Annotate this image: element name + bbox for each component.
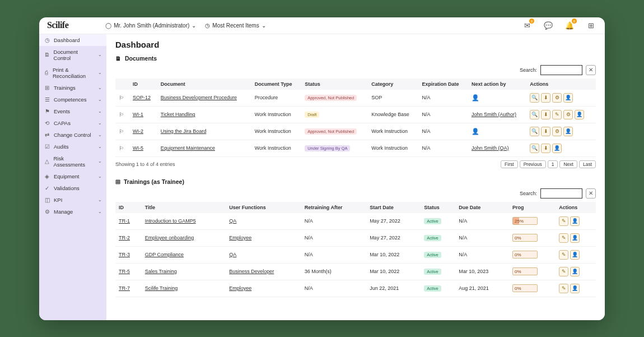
search-action[interactable]: 🔍 bbox=[530, 127, 539, 136]
notifications-button[interactable]: 🔔0 bbox=[563, 19, 576, 31]
pager-previous[interactable]: Previous bbox=[520, 160, 546, 168]
sidebar-item-manage[interactable]: ⚙Manage⌄ bbox=[39, 206, 106, 218]
download-action[interactable]: ⬇ bbox=[541, 127, 550, 136]
training-id-link[interactable]: TR-2 bbox=[119, 235, 130, 241]
sidebar-item-label: Events bbox=[54, 108, 70, 114]
training-retrain: N/A bbox=[301, 229, 366, 246]
sidebar-item-kpi[interactable]: ◫KPI⌄ bbox=[39, 194, 106, 206]
recent-items-menu[interactable]: ◷ Most Recent Items ⌄ bbox=[205, 22, 265, 29]
doc-id-link[interactable]: WI-2 bbox=[133, 128, 143, 134]
download-action[interactable]: ⬇ bbox=[541, 110, 550, 119]
trainings-search-clear[interactable]: ✕ bbox=[586, 188, 596, 198]
apps-button[interactable]: ⊞ bbox=[585, 19, 597, 31]
column-header: Status bbox=[301, 79, 368, 90]
training-func-link[interactable]: QA bbox=[229, 252, 236, 257]
sidebar-item-trainings[interactable]: ⊞Trainings⌄ bbox=[39, 82, 106, 94]
user-action[interactable]: 👤 bbox=[563, 93, 573, 103]
pager-next[interactable]: Next bbox=[559, 160, 577, 168]
training-id-link[interactable]: TR-1 bbox=[119, 218, 130, 224]
training-title-link[interactable]: Sales Training bbox=[145, 269, 177, 274]
edit-action[interactable]: ✎ bbox=[559, 233, 568, 243]
doc-title-link[interactable]: Using the Jira Board bbox=[161, 128, 207, 134]
sidebar-item-print-reconciliation[interactable]: ⎙Print & Reconciliation⌄ bbox=[39, 64, 106, 82]
training-title-link[interactable]: Employee onboarding bbox=[145, 235, 194, 241]
search-action[interactable]: 🔍 bbox=[530, 93, 539, 103]
user-action[interactable]: 👤 bbox=[570, 233, 580, 243]
edit-action[interactable]: ✎ bbox=[559, 267, 568, 276]
sidebar-item-label: Risk Assessments bbox=[53, 155, 95, 168]
row-actions: ✎👤 bbox=[559, 284, 592, 293]
gear-action[interactable]: ⚙ bbox=[552, 127, 562, 136]
training-id-link[interactable]: TR-5 bbox=[119, 269, 130, 274]
main-content: Dashboard 🗎 Documents Search: ✕ IDDocume… bbox=[106, 34, 605, 320]
next-action-link[interactable]: John Smith (QA) bbox=[472, 145, 509, 151]
mail-button[interactable]: ✉0 bbox=[521, 19, 533, 31]
edit-action[interactable]: ✎ bbox=[559, 250, 568, 260]
download-action[interactable]: ⬇ bbox=[541, 93, 550, 103]
sidebar-item-capas[interactable]: ⟲CAPAs⌄ bbox=[39, 117, 106, 129]
sidebar-item-equipment[interactable]: ◈Equipment⌄ bbox=[39, 170, 106, 182]
sidebar-item-risk-assessments[interactable]: △Risk Assessments⌄ bbox=[39, 153, 106, 170]
column-header: Status bbox=[421, 202, 455, 213]
documents-search-clear[interactable]: ✕ bbox=[586, 65, 596, 75]
column-header: Actions bbox=[526, 79, 596, 90]
training-func-link[interactable]: Employee bbox=[229, 235, 251, 241]
trainings-table: IDTitleUser FunctionsRetraining AfterSta… bbox=[115, 202, 596, 297]
pager-last[interactable]: Last bbox=[579, 160, 596, 168]
chevron-down-icon: ⌄ bbox=[98, 85, 102, 90]
chevron-down-icon: ⌄ bbox=[98, 109, 102, 114]
pager-first[interactable]: First bbox=[501, 160, 518, 168]
user-action[interactable]: 👤 bbox=[570, 216, 580, 226]
documents-search-input[interactable] bbox=[540, 65, 582, 75]
training-func-link[interactable]: QA bbox=[229, 218, 236, 224]
sidebar-item-change-control[interactable]: ⇄Change Control⌄ bbox=[39, 129, 106, 141]
sidebar-item-dashboard[interactable]: ◷Dashboard bbox=[39, 34, 106, 46]
doc-id-link[interactable]: WI-5 bbox=[133, 145, 143, 151]
sidebar-item-competences[interactable]: ☰Competences⌄ bbox=[39, 94, 106, 105]
doc-id-link[interactable]: SOP-12 bbox=[133, 95, 151, 100]
status-badge: Active bbox=[424, 269, 441, 275]
user-action[interactable]: 👤 bbox=[552, 144, 562, 153]
user-icon: ◯ bbox=[105, 22, 111, 29]
bell-badge: 0 bbox=[572, 19, 577, 24]
training-func-link[interactable]: Business Developer bbox=[229, 269, 274, 274]
table-row: TR-7Scilife TrainingEmployeeN/AJun 22, 2… bbox=[115, 280, 596, 297]
doc-category: Work Instruction bbox=[368, 123, 418, 140]
sidebar-item-label: Manage bbox=[54, 209, 73, 215]
training-id-link[interactable]: TR-3 bbox=[119, 252, 130, 257]
next-action-link[interactable]: John Smith (Author) bbox=[472, 112, 516, 117]
doc-category: Knowledge Base bbox=[368, 106, 418, 123]
doc-id-link[interactable]: WI-1 bbox=[133, 112, 143, 117]
search-action[interactable]: 🔍 bbox=[530, 144, 539, 153]
chevron-down-icon: ⌄ bbox=[98, 197, 102, 202]
user-menu[interactable]: ◯ Mr. John Smith (Administrator) ⌄ bbox=[105, 22, 196, 29]
pager-1[interactable]: 1 bbox=[548, 160, 558, 168]
trainings-search-input[interactable] bbox=[540, 188, 582, 198]
doc-title-link[interactable]: Equipment Maintenance bbox=[161, 145, 215, 151]
edit-action[interactable]: ✎ bbox=[559, 284, 568, 293]
gear-action[interactable]: ⚙ bbox=[563, 110, 573, 119]
gear-action[interactable]: ⚙ bbox=[552, 93, 562, 103]
doc-title-link[interactable]: Business Development Procedure bbox=[161, 95, 237, 100]
edit-action[interactable]: ✎ bbox=[559, 216, 568, 226]
sidebar-item-events[interactable]: ⚑Events⌄ bbox=[39, 105, 106, 117]
doc-title-link[interactable]: Ticket Handling bbox=[161, 112, 195, 117]
search-action[interactable]: 🔍 bbox=[530, 110, 539, 119]
user-action[interactable]: 👤 bbox=[570, 250, 580, 260]
training-func-link[interactable]: Employee bbox=[229, 285, 251, 291]
user-action[interactable]: 👤 bbox=[563, 127, 573, 136]
sidebar-item-validations[interactable]: ✓Validations bbox=[39, 182, 106, 194]
training-title-link[interactable]: Scilife Training bbox=[145, 285, 178, 291]
chevron-down-icon: ⌄ bbox=[98, 144, 102, 149]
sidebar-item-document-control[interactable]: 🗎Document Control⌄ bbox=[39, 46, 106, 64]
training-title-link[interactable]: GDP Compliance bbox=[145, 252, 184, 257]
sidebar-item-audits[interactable]: ☑Audits⌄ bbox=[39, 141, 106, 153]
edit-action[interactable]: ✎ bbox=[552, 110, 562, 119]
user-action[interactable]: 👤 bbox=[570, 267, 580, 276]
training-title-link[interactable]: Introduction to GAMP5 bbox=[145, 218, 196, 224]
chat-button[interactable]: 💬 bbox=[542, 19, 554, 31]
training-id-link[interactable]: TR-7 bbox=[119, 285, 130, 291]
user-action[interactable]: 👤 bbox=[575, 110, 584, 119]
download-action[interactable]: ⬇ bbox=[541, 144, 550, 153]
user-action[interactable]: 👤 bbox=[570, 284, 580, 293]
